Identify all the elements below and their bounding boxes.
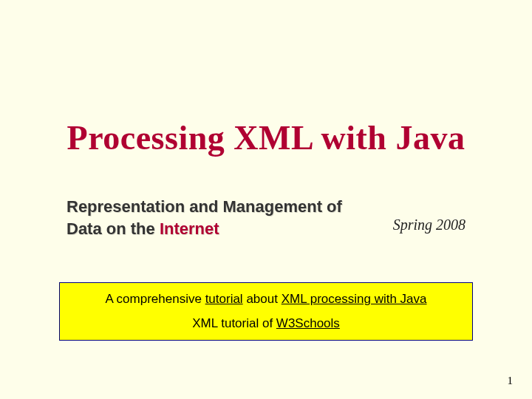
link1-underline-2: XML processing with Java <box>282 292 427 306</box>
subtitle-block: Representation and Management of Data on… <box>66 196 466 239</box>
link2-pre: XML tutorial of <box>192 316 276 330</box>
subtitle-text: Representation and Management of Data on… <box>66 196 381 239</box>
tutorial-link-1[interactable]: A comprehensive tutorial about XML proce… <box>69 287 463 311</box>
term-label: Spring 2008 <box>393 216 466 233</box>
link2-underline: W3Schools <box>276 316 340 330</box>
tutorial-link-2[interactable]: XML tutorial of W3Schools <box>69 312 463 335</box>
subtitle-emphasis: Internet <box>160 219 219 238</box>
links-callout-box: A comprehensive tutorial about XML proce… <box>59 282 473 341</box>
link1-underline-1: tutorial <box>205 292 243 306</box>
page-title: Processing XML with Java <box>37 118 495 157</box>
page-number: 1 <box>508 375 514 387</box>
link1-pre: A comprehensive <box>105 292 205 306</box>
slide: Processing XML with Java Representation … <box>0 0 532 399</box>
link1-mid: about <box>243 292 282 306</box>
